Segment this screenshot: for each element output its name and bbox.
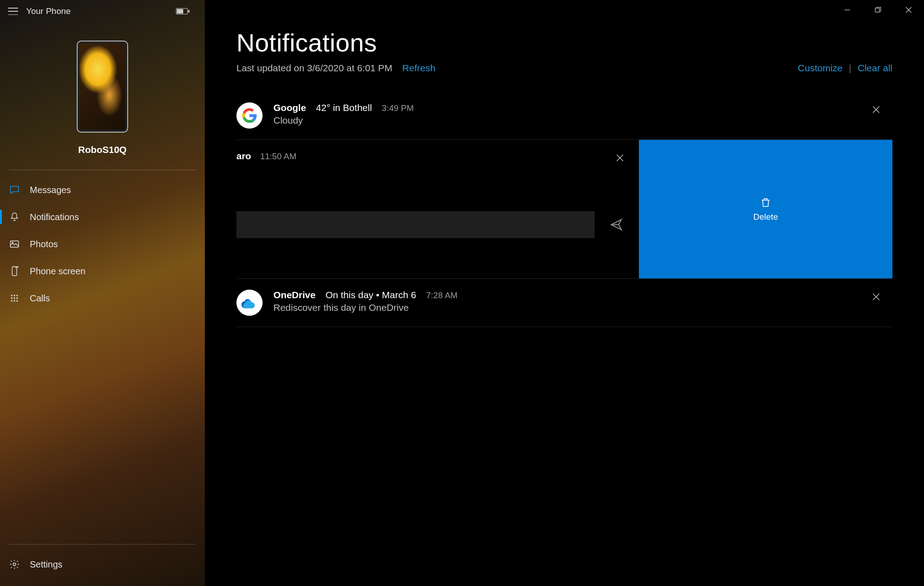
- sidebar-item-messages[interactable]: Messages: [0, 176, 205, 203]
- sidebar-footer: Settings: [0, 538, 205, 578]
- notification-title: 42° in Bothell: [316, 102, 372, 113]
- main-pane: Notifications Last updated on 3/6/2020 a…: [205, 0, 924, 586]
- sidebar-item-label: Calls: [30, 293, 50, 304]
- notification-body: Cloudy: [273, 115, 865, 126]
- svg-point-8: [17, 298, 18, 299]
- svg-rect-2: [12, 267, 17, 276]
- svg-point-6: [11, 298, 12, 299]
- sidebar-item-settings[interactable]: Settings: [0, 551, 205, 578]
- phone-wallpaper: [79, 43, 125, 130]
- close-button[interactable]: [893, 0, 924, 20]
- svg-point-5: [17, 295, 18, 296]
- svg-rect-14: [875, 8, 879, 12]
- delete-label: Delete: [753, 212, 778, 222]
- sidebar-item-calls[interactable]: Calls: [0, 285, 205, 312]
- svg-point-1: [12, 242, 13, 243]
- notification-item[interactable]: OneDrive On this day • March 6 7:28 AM R…: [236, 279, 892, 327]
- last-updated: Last updated on 3/6/2020 at 6:01 PM: [236, 63, 393, 74]
- sidebar-item-notifications[interactable]: Notifications: [0, 203, 205, 231]
- notification-app-name: OneDrive: [273, 290, 315, 300]
- dialpad-icon: [9, 293, 20, 304]
- sidebar-item-photos[interactable]: Photos: [0, 231, 205, 258]
- window-controls: [832, 0, 924, 20]
- phone-preview: RoboS10Q: [0, 23, 205, 163]
- svg-point-4: [14, 295, 15, 296]
- sidebar-item-label: Phone screen: [30, 266, 85, 277]
- meta-row: Last updated on 3/6/2020 at 6:01 PM Refr…: [236, 63, 892, 74]
- maximize-button[interactable]: [863, 0, 893, 20]
- svg-point-7: [14, 298, 15, 299]
- sidebar: Your Phone RoboS10Q Messages Notificatio…: [0, 0, 205, 586]
- sidebar-divider: [9, 170, 196, 170]
- customize-link[interactable]: Customize: [798, 63, 842, 74]
- svg-point-9: [11, 300, 12, 301]
- battery-icon: [176, 8, 188, 14]
- notification-item[interactable]: Google 42° in Bothell 3:49 PM Cloudy: [236, 92, 892, 140]
- notification-title: On this day • March 6: [325, 290, 416, 300]
- svg-point-3: [11, 295, 12, 296]
- sidebar-nav: Messages Notifications Photos Phone scre…: [0, 176, 205, 312]
- delete-action[interactable]: Delete: [639, 140, 892, 278]
- bell-icon: [9, 212, 20, 222]
- notification-time: 7:28 AM: [426, 291, 457, 300]
- sidebar-item-label: Settings: [30, 559, 62, 570]
- notification-list: Google 42° in Bothell 3:49 PM Cloudy aro: [236, 92, 892, 327]
- clear-all-link[interactable]: Clear all: [858, 63, 892, 74]
- app-title: Your Phone: [26, 6, 71, 16]
- notification-time: 3:49 PM: [382, 103, 414, 113]
- dismiss-button[interactable]: [871, 291, 882, 302]
- sidebar-item-label: Messages: [30, 185, 71, 195]
- dismiss-button[interactable]: [871, 104, 882, 115]
- sidebar-header: Your Phone: [0, 0, 205, 23]
- phone-screen-icon: [9, 266, 20, 277]
- notification-body: Rediscover this day in OneDrive: [273, 302, 865, 313]
- send-button[interactable]: [607, 216, 625, 234]
- sidebar-divider: [9, 544, 196, 544]
- svg-point-11: [17, 300, 18, 301]
- divider: |: [849, 63, 851, 74]
- refresh-link[interactable]: Refresh: [402, 63, 436, 74]
- sidebar-item-label: Notifications: [30, 212, 79, 222]
- gear-icon: [9, 559, 20, 570]
- notification-app-name: aro: [236, 151, 251, 161]
- notification-item-swiped[interactable]: aro 11:50 AM Delete: [236, 140, 892, 279]
- messages-icon: [9, 185, 20, 195]
- dismiss-button[interactable]: [614, 152, 625, 163]
- notification-time: 11:50 AM: [260, 152, 296, 161]
- reply-input[interactable]: [236, 211, 595, 238]
- content: Notifications Last updated on 3/6/2020 a…: [205, 0, 924, 327]
- page-title: Notifications: [236, 28, 892, 57]
- onedrive-icon: [236, 290, 263, 316]
- photos-icon: [9, 239, 20, 249]
- hamburger-menu-icon[interactable]: [8, 8, 18, 15]
- phone-frame[interactable]: [77, 41, 128, 133]
- minimize-button[interactable]: [832, 0, 863, 20]
- sidebar-item-phone-screen[interactable]: Phone screen: [0, 258, 205, 285]
- svg-point-10: [14, 300, 15, 301]
- sidebar-item-label: Photos: [30, 239, 58, 249]
- notification-app-name: Google: [273, 102, 306, 113]
- svg-point-12: [13, 563, 16, 566]
- google-icon: [236, 102, 263, 129]
- phone-name: RoboS10Q: [78, 144, 126, 155]
- trash-icon: [760, 197, 772, 208]
